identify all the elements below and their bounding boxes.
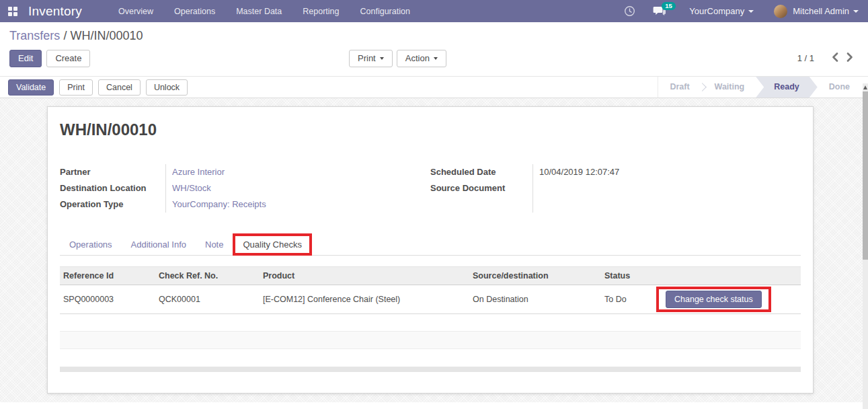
cell-reference-id: SPQ0000003: [60, 285, 155, 314]
tab-operations[interactable]: Operations: [60, 234, 122, 255]
list-footer-bar: [60, 367, 801, 372]
form-sheet: WH/IN/00010 Partner Destination Location…: [47, 106, 814, 394]
company-switcher[interactable]: YourCompany: [689, 6, 754, 16]
column-status[interactable]: Status: [601, 267, 660, 285]
activities-clock-icon[interactable]: [624, 5, 635, 17]
pager-previous-icon[interactable]: [828, 51, 842, 65]
highlight-box: Change check status: [656, 287, 771, 312]
tab-quality-checks[interactable]: Quality Checks: [233, 233, 311, 256]
nav-item-overview[interactable]: Overview: [118, 7, 153, 16]
print-dropdown-button[interactable]: Print: [349, 50, 393, 67]
app-name[interactable]: Inventory: [28, 4, 82, 19]
user-name: Mitchell Admin: [793, 6, 849, 16]
print-button[interactable]: Print: [59, 79, 93, 96]
column-reference-id[interactable]: Reference Id: [60, 267, 155, 285]
scheduled-date-value: 10/04/2019 12:07:47: [539, 164, 801, 180]
operation-type-value-link[interactable]: YourCompany: Receipts: [172, 199, 266, 209]
change-check-status-button[interactable]: Change check status: [666, 291, 762, 308]
chevron-down-icon: [748, 10, 754, 13]
company-name: YourCompany: [689, 6, 744, 16]
cell-check-ref-no: QCK00001: [155, 285, 260, 314]
tab-additional-info[interactable]: Additional Info: [122, 234, 196, 255]
source-document-label: Source Document: [430, 180, 532, 196]
main-menu: Overview Operations Master Data Reportin…: [118, 7, 410, 16]
message-count-badge: 15: [662, 2, 676, 10]
control-panel: Transfers / WH/IN/00010 Edit Create Prin…: [0, 22, 868, 76]
column-check-ref-no[interactable]: Check Ref. No.: [155, 267, 260, 285]
nav-item-reporting[interactable]: Reporting: [303, 7, 339, 16]
validate-button[interactable]: Validate: [8, 79, 54, 96]
cancel-button[interactable]: Cancel: [98, 79, 141, 96]
breadcrumb: Transfers / WH/IN/00010: [9, 29, 857, 43]
nav-item-master-data[interactable]: Master Data: [236, 7, 282, 16]
column-product[interactable]: Product: [260, 267, 469, 285]
pager-next-icon[interactable]: [842, 51, 857, 65]
form-group-right: Scheduled Date Source Document 10/04/201…: [430, 164, 801, 213]
partner-label: Partner: [60, 164, 165, 180]
destination-location-label: Destination Location: [60, 180, 165, 196]
pager-value: 1 / 1: [797, 53, 814, 63]
status-step-done[interactable]: Done: [818, 77, 861, 98]
status-pipeline: Draft Waiting Ready Done: [658, 77, 868, 98]
breadcrumb-current: WH/IN/00010: [70, 29, 143, 42]
quality-checks-table: Reference Id Check Ref. No. Product Sour…: [60, 266, 801, 367]
user-menu[interactable]: Mitchell Admin: [793, 6, 859, 16]
unlock-button[interactable]: Unlock: [146, 79, 188, 96]
messages-icon[interactable]: 15: [653, 6, 666, 17]
cell-status: To Do: [601, 285, 660, 314]
breadcrumb-transfers-link[interactable]: Transfers: [9, 29, 60, 42]
column-source-destination[interactable]: Source/destination: [469, 267, 601, 285]
scheduled-date-label: Scheduled Date: [430, 164, 532, 180]
content-area: WH/IN/00010 Partner Destination Location…: [0, 98, 868, 402]
nav-item-configuration[interactable]: Configuration: [360, 7, 410, 16]
chevron-down-icon: [434, 57, 438, 60]
pager: 1 / 1: [797, 51, 857, 65]
status-step-waiting[interactable]: Waiting: [703, 77, 756, 98]
record-title: WH/IN/00010: [60, 120, 801, 139]
nav-item-operations[interactable]: Operations: [174, 7, 215, 16]
edit-button[interactable]: Edit: [9, 50, 42, 67]
cell-product: [E-COM12] Conference Chair (Steel): [260, 285, 469, 314]
form-group-left: Partner Destination Location Operation T…: [60, 164, 430, 213]
operation-type-label: Operation Type: [60, 196, 165, 213]
breadcrumb-separator: /: [63, 29, 67, 42]
user-avatar[interactable]: [774, 5, 787, 18]
status-step-ready[interactable]: Ready: [756, 77, 818, 98]
status-step-draft[interactable]: Draft: [658, 77, 701, 98]
scrollbar-up-arrow-icon[interactable]: [863, 85, 867, 89]
table-header-row: Reference Id Check Ref. No. Product Sour…: [60, 267, 801, 285]
empty-table-row: [60, 332, 801, 349]
notebook-tabs: Operations Additional Info Note Quality …: [60, 233, 801, 256]
chevron-down-icon: [380, 57, 384, 60]
empty-table-row: [60, 314, 801, 332]
source-document-value: [539, 180, 801, 196]
tab-note[interactable]: Note: [196, 234, 233, 255]
scrollbar-thumb[interactable]: [863, 91, 868, 260]
cell-source-destination: On Destination: [469, 285, 601, 314]
chevron-down-icon: [853, 10, 859, 13]
statusbar: Validate Print Cancel Unlock Draft Waiti…: [0, 76, 868, 98]
apps-menu-icon[interactable]: [8, 7, 17, 16]
page-scrollbar[interactable]: [863, 83, 868, 409]
partner-value-link[interactable]: Azure Interior: [172, 167, 225, 177]
column-actions: [660, 267, 801, 285]
table-row[interactable]: SPQ0000003 QCK00001 [E-COM12] Conference…: [60, 285, 801, 314]
action-dropdown-button[interactable]: Action: [397, 50, 446, 67]
top-navbar: Inventory Overview Operations Master Dat…: [0, 0, 868, 22]
create-button[interactable]: Create: [46, 50, 90, 67]
destination-location-value-link[interactable]: WH/Stock: [172, 183, 211, 193]
empty-table-row: [60, 349, 801, 367]
